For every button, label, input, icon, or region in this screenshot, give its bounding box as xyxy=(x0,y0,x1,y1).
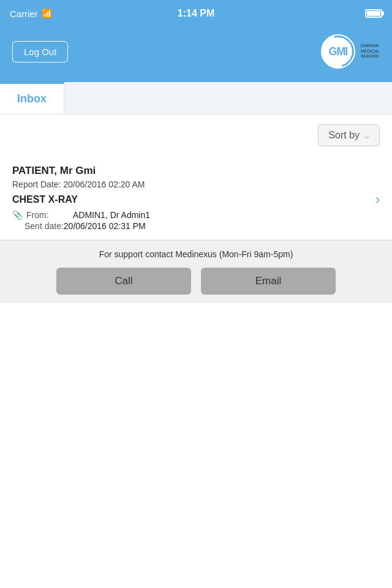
sort-bar: Sort by ⌵ xyxy=(0,115,392,156)
footer: For support contact Medinexus (Mon-Fri 9… xyxy=(0,240,392,303)
status-bar-time: 1:14 PM xyxy=(178,8,214,19)
message-sent-row: Sent date: 20/06/2016 02:31 PM xyxy=(12,221,380,231)
message-list: PATIENT, Mr Gmi Report Date: 20/06/2016 … xyxy=(0,156,392,240)
logo-arc-icon xyxy=(319,32,357,70)
sort-button-label: Sort by xyxy=(328,130,360,141)
tab-bar: Inbox xyxy=(0,82,392,115)
battery-fill xyxy=(367,11,380,16)
report-date-label: Report Date: xyxy=(12,179,61,189)
from-label: From: xyxy=(26,210,69,220)
status-bar-right xyxy=(365,9,382,18)
message-type-row: CHEST X-RAY › xyxy=(12,192,380,208)
footer-buttons: Call Email xyxy=(10,268,382,295)
report-date: Report Date: 20/06/2016 02:20 AM xyxy=(12,179,380,189)
sent-date: 20/06/2016 02:31 PM xyxy=(64,221,146,231)
table-row[interactable]: PATIENT, Mr Gmi Report Date: 20/06/2016 … xyxy=(0,156,392,240)
logo-circle: GMI xyxy=(319,32,357,70)
logo-subtext: DARRANMEDICALIMAGING xyxy=(361,43,380,59)
from-value: ADMIN1, Dr Admin1 xyxy=(73,210,150,220)
status-bar: Carrier 📶 1:14 PM xyxy=(0,0,392,27)
app-header: Log Out GMI DARRANMEDICALIMAGING xyxy=(0,27,392,82)
tab-inbox[interactable]: Inbox xyxy=(0,82,64,114)
email-button[interactable]: Email xyxy=(201,268,336,295)
chevron-right-icon: › xyxy=(375,192,380,208)
status-bar-left: Carrier 📶 xyxy=(10,9,52,19)
report-date-value: 20/06/2016 02:20 AM xyxy=(63,179,145,189)
message-type: CHEST X-RAY xyxy=(12,194,78,205)
wifi-icon: 📶 xyxy=(42,9,52,18)
carrier-label: Carrier xyxy=(10,9,38,19)
logout-button[interactable]: Log Out xyxy=(12,41,68,62)
logo-area: GMI DARRANMEDICALIMAGING xyxy=(319,32,380,70)
paperclip-icon: 📎 xyxy=(12,210,23,220)
battery-icon xyxy=(365,9,382,18)
message-from-row: 📎 From: ADMIN1, Dr Admin1 xyxy=(12,210,380,220)
support-text: For support contact Medinexus (Mon-Fri 9… xyxy=(10,249,382,259)
sent-label: Sent date: xyxy=(12,221,64,231)
patient-name: PATIENT, Mr Gmi xyxy=(12,165,380,177)
chevron-down-icon: ⌵ xyxy=(364,131,369,140)
sort-button[interactable]: Sort by ⌵ xyxy=(318,124,380,146)
call-button[interactable]: Call xyxy=(56,268,191,295)
